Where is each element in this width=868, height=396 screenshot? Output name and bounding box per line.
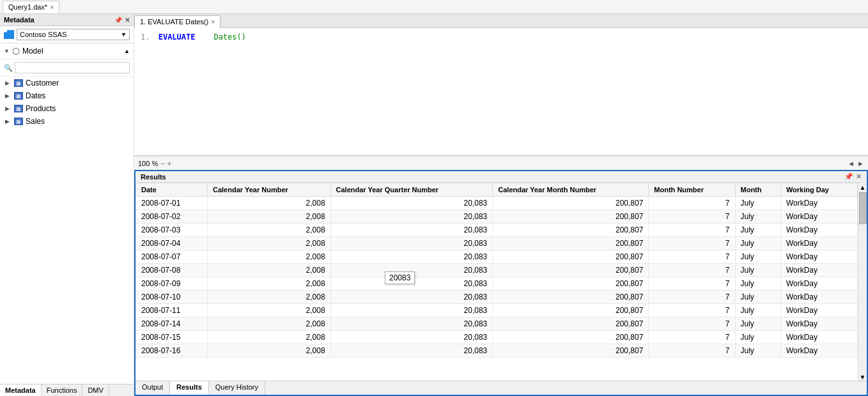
vertical-scrollbar[interactable]: ▲ ▼ bbox=[858, 183, 867, 381]
sidebar-item-customer[interactable]: ▶ ▦ Customer bbox=[0, 77, 134, 89]
col-header-date: Date bbox=[136, 183, 208, 197]
query-file-tab[interactable]: Query1.dax* × bbox=[3, 1, 59, 13]
cell-cyn: 2,008 bbox=[207, 237, 330, 250]
zoom-bar: 100 % − + ◄ ► bbox=[134, 156, 868, 170]
table-icon-dates: ▦ bbox=[14, 92, 23, 100]
cell-mn: 7 bbox=[649, 344, 735, 358]
cell-date: 2008-07-02 bbox=[136, 210, 208, 224]
table-row: 2008-07-01 2,008 20,083 200,807 7 July W… bbox=[136, 197, 858, 210]
sidebar-pin-icon[interactable]: 📌 bbox=[114, 17, 122, 24]
results-close-icon[interactable]: ✕ bbox=[856, 172, 862, 181]
cell-tooltip: 20083 bbox=[385, 271, 415, 284]
expand-icon-products: ▶ bbox=[5, 105, 12, 112]
model-row[interactable]: ▼ ⬡ Model ▲ bbox=[0, 43, 134, 59]
sidebar: Metadata 📌 ✕ Contoso SSAS ▼ ▼ ⬡ Model ▲ … bbox=[0, 14, 134, 396]
search-icon: 🔍 bbox=[4, 64, 13, 72]
cell-date: 2008-07-07 bbox=[136, 250, 208, 264]
model-label: Model bbox=[22, 47, 43, 56]
table-icon-products: ▦ bbox=[14, 105, 23, 112]
cell-cyn: 2,008 bbox=[207, 197, 330, 210]
code-line-1: 1. EVALUATE Dates() bbox=[134, 28, 868, 46]
cell-date: 2008-07-01 bbox=[136, 197, 208, 210]
cell-date: 2008-07-10 bbox=[136, 291, 208, 304]
cell-month: July bbox=[735, 317, 780, 331]
tab-query-history[interactable]: Query History bbox=[209, 381, 265, 395]
cell-cymn: 200,807 bbox=[493, 317, 649, 331]
cell-month: July bbox=[735, 210, 780, 224]
col-header-cyn: Calendar Year Number bbox=[207, 183, 330, 197]
results-table: Date Calendar Year Number Calendar Year … bbox=[136, 183, 858, 358]
line-number: 1. bbox=[141, 33, 150, 42]
cell-mn: 7 bbox=[649, 331, 735, 344]
cell-month: July bbox=[735, 264, 780, 277]
cell-date: 2008-07-03 bbox=[136, 224, 208, 237]
sidebar-item-products[interactable]: ▶ ▦ Products bbox=[0, 102, 134, 115]
cell-mn: 7 bbox=[649, 277, 735, 291]
tab-results[interactable]: Results bbox=[170, 381, 209, 395]
sidebar-item-dates[interactable]: ▶ ▦ Dates bbox=[0, 89, 134, 102]
table-row: 2008-07-09 2,008 20,083 200,807 7 July W… bbox=[136, 277, 858, 291]
connection-dropdown[interactable]: Contoso SSAS ▼ bbox=[17, 29, 130, 40]
results-pin-icon[interactable]: 📌 bbox=[844, 172, 853, 181]
tab-functions[interactable]: Functions bbox=[42, 385, 83, 396]
col-header-cymn: Calendar Year Month Number bbox=[493, 183, 649, 197]
cell-month: July bbox=[735, 250, 780, 264]
scroll-left-icon[interactable]: ◄ bbox=[848, 160, 855, 167]
scroll-up-icon[interactable]: ▲ bbox=[860, 184, 866, 191]
table-header-row: Date Calendar Year Number Calendar Year … bbox=[136, 183, 858, 197]
search-input[interactable] bbox=[15, 62, 130, 73]
connection-name: Contoso SSAS bbox=[20, 31, 66, 38]
zoom-label: 100 % bbox=[138, 160, 158, 167]
query-tab-1-label: 1. EVALUATE Dates() bbox=[140, 18, 208, 26]
results-body: Date Calendar Year Number Calendar Year … bbox=[136, 183, 867, 381]
cell-cymn: 200,807 bbox=[493, 237, 649, 250]
sidebar-close-icon[interactable]: ✕ bbox=[125, 17, 130, 24]
cell-wd: WorkDay bbox=[780, 277, 857, 291]
results-tbody: 2008-07-01 2,008 20,083 200,807 7 July W… bbox=[136, 197, 858, 358]
expand-icon-dates: ▶ bbox=[5, 93, 12, 99]
results-table-wrapper[interactable]: Date Calendar Year Number Calendar Year … bbox=[136, 183, 858, 381]
tab-metadata[interactable]: Metadata bbox=[0, 385, 42, 396]
cell-month: July bbox=[735, 331, 780, 344]
cell-date: 2008-07-15 bbox=[136, 331, 208, 344]
tab-dmv[interactable]: DMV bbox=[82, 385, 109, 396]
cell-cyn: 2,008 bbox=[207, 277, 330, 291]
sidebar-item-sales[interactable]: ▶ ▦ Sales bbox=[0, 115, 134, 128]
cell-wd: WorkDay bbox=[780, 331, 857, 344]
scroll-down-icon[interactable]: ▼ bbox=[860, 374, 866, 381]
tab-output[interactable]: Output bbox=[136, 381, 170, 395]
cell-cymn: 200,807 bbox=[493, 344, 649, 358]
cell-wd: WorkDay bbox=[780, 264, 857, 277]
results-header-controls: 📌 ✕ bbox=[844, 172, 862, 181]
table-row: 2008-07-07 2,008 20,083 200,807 7 July W… bbox=[136, 250, 858, 264]
cell-wd: WorkDay bbox=[780, 224, 857, 237]
query-tab-1-close[interactable]: × bbox=[211, 19, 215, 26]
dropdown-arrow-icon: ▼ bbox=[121, 31, 127, 38]
sidebar-header-icons: 📌 ✕ bbox=[114, 17, 130, 24]
query-tab-1[interactable]: 1. EVALUATE Dates() × bbox=[134, 15, 221, 28]
model-collapse-icon: ▲ bbox=[124, 48, 130, 54]
editor-area[interactable]: 1. EVALUATE Dates() bbox=[134, 28, 868, 156]
cell-cymn: 200,807 bbox=[493, 224, 649, 237]
model-expand-icon: ▼ bbox=[4, 48, 10, 54]
cell-mn: 7 bbox=[649, 224, 735, 237]
results-header: Results 📌 ✕ bbox=[136, 171, 867, 183]
query-tabs-bar: 1. EVALUATE Dates() × bbox=[134, 14, 868, 28]
keyword-evaluate: EVALUATE bbox=[159, 33, 196, 42]
cell-month: July bbox=[735, 344, 780, 358]
col-header-cyqn: Calendar Year Quarter Number bbox=[330, 183, 493, 197]
zoom-minus-icon[interactable]: − bbox=[160, 160, 164, 167]
table-icon-sales: ▦ bbox=[14, 118, 23, 125]
scroll-right-icon[interactable]: ► bbox=[857, 160, 864, 167]
cell-cyn: 2,008 bbox=[207, 250, 330, 264]
tree-label-customer: Customer bbox=[26, 79, 59, 88]
scroll-thumb[interactable] bbox=[859, 192, 867, 224]
zoom-plus-icon[interactable]: + bbox=[167, 160, 171, 167]
cell-mn: 7 bbox=[649, 197, 735, 210]
cell-month: July bbox=[735, 224, 780, 237]
query-file-tab-close[interactable]: × bbox=[50, 4, 54, 11]
cell-cyqn: 20,083 bbox=[330, 237, 493, 250]
table-row: 2008-07-14 2,008 20,083 200,807 7 July W… bbox=[136, 317, 858, 331]
cell-cymn: 200,807 bbox=[493, 210, 649, 224]
cell-wd: WorkDay bbox=[780, 237, 857, 250]
